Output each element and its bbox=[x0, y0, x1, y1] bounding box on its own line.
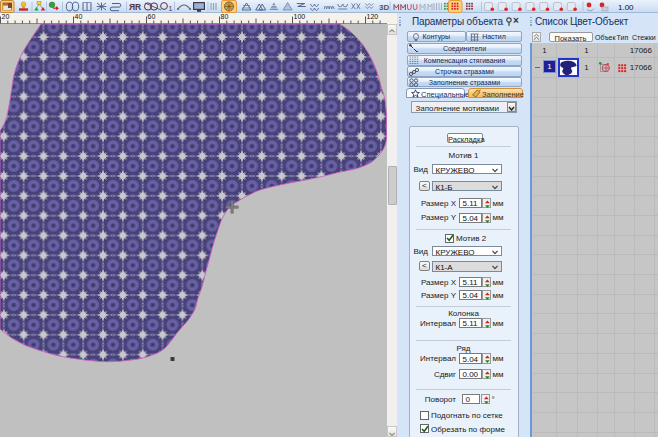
svg-text:40: 40 bbox=[75, 13, 83, 20]
svg-text:3D: 3D bbox=[379, 3, 389, 12]
svg-text:60: 60 bbox=[148, 13, 156, 20]
svg-text:1: 1 bbox=[169, 5, 173, 12]
svg-text:20: 20 bbox=[2, 13, 10, 20]
svg-text:ЯR: ЯR bbox=[129, 2, 141, 12]
svg-text:100: 100 bbox=[294, 13, 306, 20]
svg-text:1.00: 1.00 bbox=[618, 3, 634, 12]
svg-text:120: 120 bbox=[367, 13, 379, 20]
svg-text:80: 80 bbox=[221, 13, 229, 20]
